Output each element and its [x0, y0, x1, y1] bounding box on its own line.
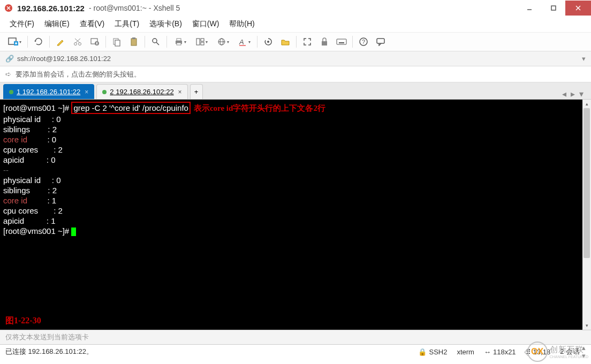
scroll-up-icon[interactable]: ▴: [582, 100, 591, 108]
terminal-output-line: cpu cores : 2: [3, 206, 588, 216]
font-icon[interactable]: A▾: [234, 34, 254, 49]
svg-point-9: [74, 43, 77, 46]
fullscreen-icon[interactable]: [299, 34, 315, 49]
terminal-output-line: physical id : 0: [3, 175, 588, 185]
svg-text:?: ?: [362, 39, 365, 45]
chat-icon[interactable]: [373, 34, 389, 49]
svg-rect-44: [377, 39, 384, 43]
watermark-text: 创新互联: [550, 345, 588, 355]
title-rest: - root@vms001:~ - Xshell 5: [89, 4, 180, 12]
lock-small-icon: 🔒: [418, 348, 427, 356]
help-icon[interactable]: ?: [355, 34, 372, 49]
menu-view[interactable]: 查看(V): [75, 18, 109, 30]
scroll-down-icon[interactable]: ▾: [582, 321, 591, 330]
title-ip: 192.168.26.101:22: [17, 4, 85, 13]
svg-rect-27: [201, 42, 204, 45]
title-rest-text: root@vms001:~ - Xshell 5: [94, 4, 180, 12]
maximize-button[interactable]: [541, 1, 565, 16]
close-button[interactable]: [565, 1, 591, 16]
menu-edit[interactable]: 编辑(E): [40, 18, 74, 30]
svg-point-33: [267, 41, 269, 43]
resize-icon: ↔: [484, 348, 491, 356]
svg-line-12: [75, 39, 80, 43]
terminal-output-line: apicid : 0: [3, 155, 588, 165]
watermark: OX 创新互联 CHANNEL FEATURED: [527, 342, 588, 362]
terminal-output-line: physical id : 0: [3, 114, 588, 124]
toolbar: ▾ ▾ ▾ ▾ A▾ ?: [0, 32, 591, 51]
svg-rect-19: [132, 37, 135, 39]
svg-rect-17: [115, 40, 120, 46]
menu-bar: 文件(F) 编辑(E) 查看(V) 工具(T) 选项卡(B) 窗口(W) 帮助(…: [0, 16, 591, 32]
print-icon[interactable]: ▾: [170, 34, 190, 49]
layout-icon[interactable]: ▾: [191, 34, 211, 49]
folder-icon[interactable]: [277, 34, 293, 49]
tip-bar: ➪ 要添加当前会话，点击左侧的箭头按钮。: [0, 66, 591, 82]
svg-line-21: [156, 42, 159, 45]
tab-close-icon[interactable]: ×: [85, 88, 88, 96]
title-bar: 192.168.26.101:22 - root@vms001:~ - Xshe…: [0, 0, 591, 16]
tab-close-icon[interactable]: ×: [178, 88, 182, 96]
address-dropdown-icon[interactable]: ▾: [582, 55, 586, 63]
scroll-thumb[interactable]: [584, 108, 590, 258]
reconnect-icon[interactable]: [31, 34, 47, 49]
address-bar: 🔗 ssh://root@192.168.26.101:22 ▾: [0, 51, 591, 66]
status-proto: 🔒SSH2: [418, 348, 447, 356]
tab-bar: 1 192.168.26.101:22 × 2 192.168.26.102:2…: [0, 82, 591, 100]
find-icon[interactable]: [148, 34, 164, 49]
tab-menu-icon[interactable]: ▾: [579, 89, 584, 99]
new-tab-button[interactable]: +: [190, 84, 203, 99]
highlight-icon[interactable]: [52, 34, 69, 49]
tip-arrow-icon[interactable]: ➪: [5, 70, 11, 78]
menu-help[interactable]: 帮助(H): [225, 18, 259, 30]
menu-file[interactable]: 文件(F): [5, 18, 39, 30]
cursor-icon: [71, 228, 76, 236]
lock-icon[interactable]: [316, 34, 332, 49]
svg-rect-15: [96, 42, 97, 44]
annotation-text: 表示core id字符开头行的上下文各2行: [194, 104, 325, 112]
status-conn: 已连接 192.168.26.101:22。: [5, 347, 93, 357]
tab-nav: ◂ ▸ ▾: [562, 89, 588, 99]
status-dot-icon: [102, 90, 107, 94]
new-session-icon[interactable]: ▾: [4, 34, 25, 49]
send-placeholder: 仅将文本发送到当前选项卡: [5, 332, 89, 342]
paste-icon[interactable]: [126, 34, 142, 49]
status-term: xterm: [457, 348, 474, 356]
terminal-output-line: siblings : 2: [3, 124, 588, 134]
copy-icon[interactable]: [109, 34, 125, 49]
svg-rect-25: [196, 39, 200, 45]
svg-point-20: [153, 39, 157, 43]
svg-line-11: [75, 39, 80, 43]
terminal-output-line: apicid : 1: [3, 216, 588, 226]
cut-icon[interactable]: [70, 34, 86, 49]
menu-window[interactable]: 窗口(W): [188, 18, 224, 30]
minimize-button[interactable]: [517, 1, 541, 16]
menu-tools[interactable]: 工具(T): [110, 18, 143, 30]
swirl-icon[interactable]: [260, 34, 276, 49]
svg-point-10: [79, 43, 81, 46]
terminal-command: grep -C 2 '^core id' /proc/cpuinfo: [71, 102, 191, 114]
app-icon: [4, 4, 13, 12]
tab-prev-icon[interactable]: ◂: [562, 89, 566, 99]
menu-tab[interactable]: 选项卡(B): [145, 18, 186, 30]
properties-icon[interactable]: [87, 34, 103, 49]
scrollbar[interactable]: ▴ ▾: [582, 100, 591, 330]
svg-rect-23: [177, 39, 181, 41]
address-text[interactable]: ssh://root@192.168.26.101:22: [17, 55, 111, 63]
terminal-output-line: core id : 0: [3, 134, 588, 145]
send-bar[interactable]: 仅将文本发送到当前选项卡: [0, 330, 591, 345]
link-icon: 🔗: [5, 55, 14, 63]
session-tab-2[interactable]: 2 192.168.26.102:22 ×: [96, 84, 187, 99]
tab-next-icon[interactable]: ▸: [571, 89, 575, 99]
terminal-output-line: cpu cores : 2: [3, 145, 588, 155]
figure-number: 图1-22-30: [5, 315, 41, 325]
terminal-prompt: [root@vms001 ~]#: [3, 103, 69, 112]
keyboard-icon[interactable]: [334, 34, 350, 49]
svg-rect-2: [551, 6, 556, 10]
tip-text: 要添加当前会话，点击左侧的箭头按钮。: [16, 70, 141, 79]
terminal[interactable]: [root@vms001 ~]# grep -C 2 '^core id' /p…: [0, 100, 591, 330]
watermark-logo-icon: OX: [527, 342, 548, 362]
terminal-separator: --: [3, 165, 588, 175]
terminal-output-line: siblings : 2: [3, 185, 588, 195]
globe-icon[interactable]: ▾: [213, 34, 233, 49]
session-tab-1[interactable]: 1 192.168.26.101:22 ×: [3, 84, 94, 99]
